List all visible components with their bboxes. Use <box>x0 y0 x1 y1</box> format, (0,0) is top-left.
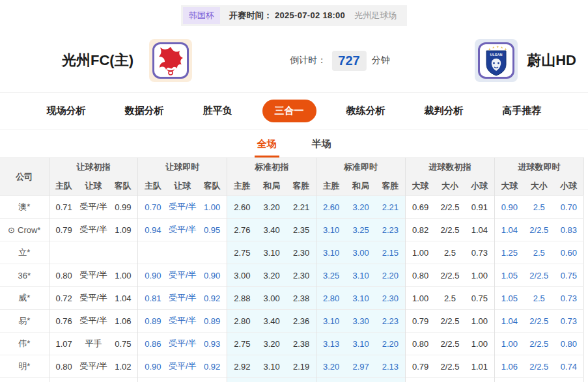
odds-cell: 3.30 <box>257 378 287 382</box>
odds-cell: 2.5 <box>435 378 465 382</box>
table-row: ⊙Crow*0.79受平/半1.090.94受平/半0.952.763.402.… <box>0 219 584 241</box>
odds-cell: 2.5 <box>524 241 554 264</box>
odds-cell: 2.60 <box>227 196 257 219</box>
col-header-让球初指-客队: 客队 <box>108 177 138 196</box>
odds-cell: 0.75 <box>108 333 138 355</box>
odds-cell: 2.36 <box>287 310 316 333</box>
nav-tab-高手推荐[interactable]: 高手推荐 <box>494 100 551 122</box>
odds-cell: 2.75 <box>227 333 257 355</box>
odds-cell: 1.06 <box>108 310 138 333</box>
nav-tab-现场分析[interactable]: 现场分析 <box>38 100 95 122</box>
odds-cell: 0.99 <box>108 196 138 219</box>
nav-tab-裁判分析[interactable]: 裁判分析 <box>415 100 473 122</box>
odds-cell: 1.00 <box>108 264 138 287</box>
company-cell[interactable]: 伟* <box>0 333 49 355</box>
company-cell[interactable]: 易* <box>0 310 49 333</box>
group-header-标准即时: 标准即时 <box>316 158 406 177</box>
odds-cell: 0.70 <box>138 196 168 219</box>
odds-cell: 1.09 <box>108 219 138 241</box>
odds-cell: 2.60 <box>316 196 346 219</box>
odds-cell: 0.71 <box>49 196 79 219</box>
odds-cell: 2/2.5 <box>435 333 465 355</box>
table-row: 明*0.80受平/半1.020.90受平/半0.922.923.102.193.… <box>0 355 584 378</box>
odds-cell: 3.10 <box>316 241 346 264</box>
sub-tab-半场[interactable]: 半场 <box>309 138 334 157</box>
odds-cell: 2.92 <box>227 355 257 378</box>
table-row: Interwet*1.10平手0.651.20平手0.603.103.302.2… <box>0 378 584 382</box>
odds-cell: 0.90 <box>494 196 524 219</box>
odds-cell: 0.79 <box>49 219 79 241</box>
odds-cell: 受平/半 <box>168 264 198 287</box>
odds-cell: 0.95 <box>197 219 227 241</box>
company-cell[interactable]: 威* <box>0 287 49 310</box>
period-sub-tabs: 全场半场 <box>0 130 588 157</box>
odds-cell: 2.15 <box>376 241 406 264</box>
company-cell[interactable]: 澳* <box>0 196 49 219</box>
table-row: 伟*1.07平手0.750.86受平/半0.932.753.202.383.13… <box>0 333 584 355</box>
odds-cell: 0.81 <box>138 287 168 310</box>
away-team: ULSAN 蔚山HD <box>475 39 576 82</box>
odds-cell: 2.21 <box>376 196 406 219</box>
company-cell[interactable]: 立* <box>0 241 49 264</box>
odds-cell: 3.20 <box>316 355 346 378</box>
odds-cell: 3.10 <box>257 241 287 264</box>
company-cell[interactable]: Interwet* <box>0 378 49 382</box>
odds-cell: 0.92 <box>197 355 227 378</box>
svg-text:ULSAN: ULSAN <box>490 53 503 57</box>
odds-cell: 0.80 <box>406 333 436 355</box>
table-row: 澳*0.71受平/半0.990.70受平/半1.002.603.202.212.… <box>0 196 584 219</box>
soccer-ball-icon: ⊙ <box>8 225 15 235</box>
odds-cell <box>168 241 198 264</box>
odds-cell: 0.73 <box>554 287 584 310</box>
odds-cell: 0.60 <box>554 378 584 382</box>
company-cell[interactable]: 36* <box>0 264 49 287</box>
odds-cell: 0.93 <box>197 333 227 355</box>
odds-cell: 0.79 <box>406 355 436 378</box>
col-header-进球数初指-大球: 大球 <box>406 177 436 196</box>
odds-cell: 3.10 <box>316 310 346 333</box>
odds-cell: 0.91 <box>465 196 495 219</box>
odds-cell: 3.10 <box>316 219 346 241</box>
odds-cell: 1.00 <box>406 287 436 310</box>
odds-cell: 3.30 <box>346 310 376 333</box>
nav-tab-胜平负[interactable]: 胜平负 <box>194 100 242 122</box>
col-header-让球即时-让球: 让球 <box>168 177 198 196</box>
odds-cell: 2.20 <box>376 264 406 287</box>
odds-cell: 1.04 <box>108 287 138 310</box>
odds-cell: 2.5 <box>524 287 554 310</box>
odds-cell: 3.13 <box>316 333 346 355</box>
odds-cell: 受平/半 <box>79 264 109 287</box>
group-header-让球初指: 让球初指 <box>49 158 138 177</box>
odds-cell: 0.74 <box>554 355 584 378</box>
nav-tab-三合一[interactable]: 三合一 <box>262 100 316 122</box>
odds-cell: 2.23 <box>376 219 406 241</box>
odds-cell: 0.79 <box>406 310 436 333</box>
odds-cell: 0.95 <box>406 378 436 382</box>
odds-cell: 0.76 <box>49 310 79 333</box>
odds-cell: 0.80 <box>554 333 584 355</box>
sub-tab-全场[interactable]: 全场 <box>255 138 279 157</box>
odds-cell: 0.75 <box>554 264 584 287</box>
group-header-标准初指: 标准初指 <box>227 158 316 177</box>
odds-cell: 1.01 <box>465 355 495 378</box>
company-cell[interactable]: ⊙Crow* <box>0 219 49 241</box>
odds-cell: 3.25 <box>346 219 376 241</box>
odds-cell: 2.80 <box>316 287 346 310</box>
odds-cell: 3.05 <box>316 378 346 382</box>
nav-tab-教练分析[interactable]: 教练分析 <box>337 100 395 122</box>
odds-cell: 3.20 <box>346 196 376 219</box>
odds-cell: 2.88 <box>227 287 257 310</box>
odds-cell: 0.80 <box>49 264 79 287</box>
company-cell[interactable]: 明* <box>0 355 49 378</box>
league-badge[interactable]: 韩国杯 <box>183 7 220 24</box>
odds-cell: 3.20 <box>257 196 287 219</box>
col-header-标准即时-和局: 和局 <box>346 177 376 196</box>
odds-cell: 2.30 <box>287 241 316 264</box>
away-team-logo: ULSAN <box>475 39 518 82</box>
odds-cell: 0.75 <box>465 287 495 310</box>
odds-cell: 2/2.5 <box>524 333 554 355</box>
odds-cell: 2.35 <box>287 219 316 241</box>
odds-cell: 3.20 <box>257 333 287 355</box>
nav-tab-数据分析[interactable]: 数据分析 <box>116 100 173 122</box>
odds-cell: 2.80 <box>227 310 257 333</box>
